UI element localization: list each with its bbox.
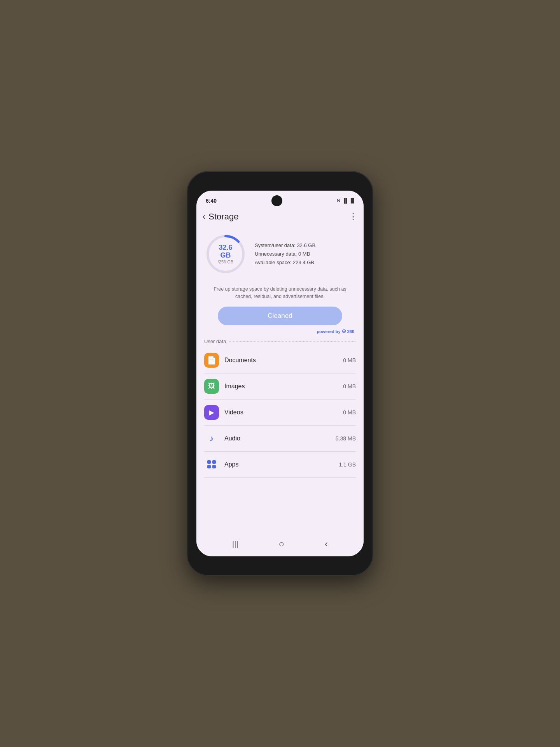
list-item-videos[interactable]: ▶ Videos 0 MB bbox=[204, 400, 356, 426]
videos-size: 0 MB bbox=[343, 409, 356, 416]
cleaned-button[interactable]: Cleaned bbox=[218, 307, 342, 325]
powered-brand: ⦿ 360 bbox=[342, 329, 354, 334]
audio-icon: ♪ bbox=[204, 431, 219, 446]
front-camera bbox=[271, 195, 282, 206]
audio-size: 5.38 MB bbox=[336, 435, 356, 442]
status-time: 6:40 bbox=[206, 198, 217, 204]
list-item-images[interactable]: 🖼 Images 0 MB bbox=[204, 374, 356, 400]
list-item-audio[interactable]: ♪ Audio 5.38 MB bbox=[204, 426, 356, 452]
powered-by-text: powered by bbox=[317, 329, 340, 334]
documents-size: 0 MB bbox=[343, 357, 356, 363]
battery-icon: ▉ bbox=[351, 198, 354, 203]
home-button[interactable]: ○ bbox=[279, 538, 285, 549]
bottom-nav: ||| ○ ‹ bbox=[196, 533, 364, 556]
available-space: Available space: 223.4 GB bbox=[255, 258, 356, 267]
apps-size: 1.1 GB bbox=[339, 461, 356, 468]
user-data-section-header: User data bbox=[204, 338, 356, 344]
nfc-icon: N bbox=[337, 198, 340, 203]
videos-icon: ▶ bbox=[204, 405, 219, 420]
overflow-menu-button[interactable]: ⋮ bbox=[349, 212, 357, 222]
system-back-button[interactable]: ‹ bbox=[325, 538, 328, 549]
list-item-apps[interactable]: Apps 1.1 GB bbox=[204, 452, 356, 478]
powered-by: powered by ⦿ 360 bbox=[204, 329, 356, 334]
storage-section: 32.6 GB /256 GB System/user data: 32.6 G… bbox=[204, 229, 356, 279]
recent-apps-button[interactable]: ||| bbox=[232, 540, 238, 549]
documents-icon: 📄 bbox=[204, 353, 219, 368]
storage-description: Free up storage space by deleting unnece… bbox=[204, 286, 356, 300]
user-data-label: User data bbox=[204, 338, 226, 344]
page-title: Storage bbox=[208, 212, 349, 222]
status-bar: 6:40 N ▐▌ ▉ bbox=[196, 191, 364, 209]
system-user-data: System/user data: 32.6 GB bbox=[255, 241, 356, 250]
apps-label: Apps bbox=[224, 461, 339, 468]
signal-icon: ▐▌ bbox=[342, 198, 349, 203]
storage-info: System/user data: 32.6 GB Unnecessary da… bbox=[255, 241, 356, 267]
scroll-content: 32.6 GB /256 GB System/user data: 32.6 G… bbox=[196, 225, 364, 533]
section-divider bbox=[229, 341, 356, 342]
videos-label: Videos bbox=[224, 409, 343, 416]
storage-circle: 32.6 GB /256 GB bbox=[204, 233, 247, 275]
documents-label: Documents bbox=[224, 357, 343, 364]
audio-label: Audio bbox=[224, 435, 336, 442]
phone-screen: 6:40 N ▐▌ ▉ ‹ Storage ⋮ bbox=[196, 191, 364, 556]
back-button[interactable]: ‹ bbox=[203, 212, 205, 222]
status-icons: N ▐▌ ▉ bbox=[337, 198, 354, 203]
phone-wrapper: 6:40 N ▐▌ ▉ ‹ Storage ⋮ bbox=[187, 171, 373, 576]
unnecessary-data: Unnecessary data: 0 MB bbox=[255, 250, 356, 258]
list-item-documents[interactable]: 📄 Documents 0 MB bbox=[204, 347, 356, 374]
circle-center: 32.6 GB /256 GB bbox=[215, 244, 236, 264]
top-bar: ‹ Storage ⋮ bbox=[196, 209, 364, 225]
total-storage: /256 GB bbox=[215, 260, 236, 264]
used-storage: 32.6 GB bbox=[215, 244, 236, 260]
data-list: 📄 Documents 0 MB 🖼 Images 0 MB ▶ bbox=[204, 347, 356, 478]
images-label: Images bbox=[224, 383, 343, 390]
images-icon: 🖼 bbox=[204, 379, 219, 394]
apps-icon bbox=[204, 457, 219, 472]
images-size: 0 MB bbox=[343, 383, 356, 389]
